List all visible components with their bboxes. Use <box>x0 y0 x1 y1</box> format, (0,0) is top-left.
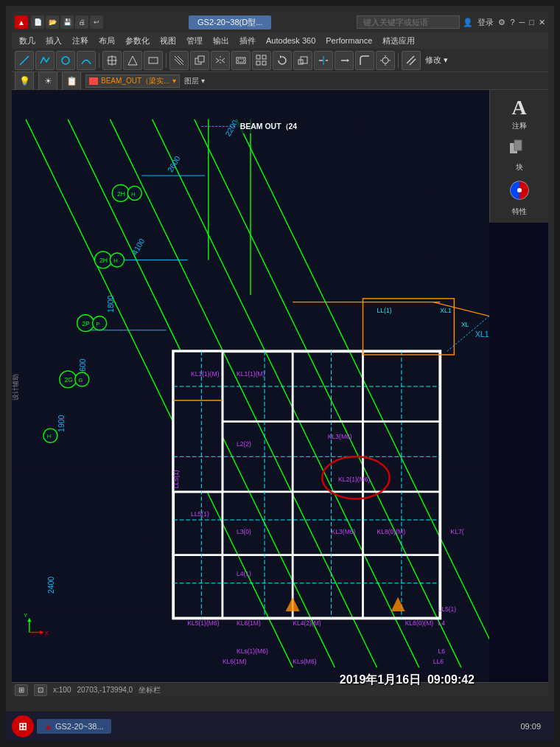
svg-text:H: H <box>47 433 52 439</box>
svg-text:KLs(1)(M6): KLs(1)(M6) <box>237 647 268 655</box>
help-icon[interactable]: ? <box>510 18 514 27</box>
svg-text:L4(1): L4(1) <box>237 570 251 577</box>
block-panel[interactable]: 块 <box>493 136 545 176</box>
svg-point-1 <box>62 57 69 64</box>
svg-rect-14 <box>238 59 244 62</box>
arc-tool[interactable] <box>77 51 96 70</box>
menu-zhushi[interactable]: 注释 <box>68 34 93 48</box>
svg-text:KL8(0)(M): KL8(0)(M) <box>405 619 434 627</box>
menu-guanli[interactable]: 管理 <box>182 34 207 48</box>
status-icon1[interactable]: ⊞ <box>15 684 28 696</box>
filename-tab[interactable]: GS2-20~38(D型... <box>189 15 271 29</box>
coord-label: 坐标栏 <box>139 685 161 695</box>
svg-text:KL6(1M): KL6(1M) <box>237 619 261 627</box>
annotation-panel[interactable]: A 注释 <box>493 93 545 134</box>
login-label[interactable]: 登录 <box>477 17 494 28</box>
triangle-tool[interactable] <box>123 51 142 70</box>
modify-label: 修改 ▾ <box>422 55 451 66</box>
menu-shuchu[interactable]: 输出 <box>209 34 234 48</box>
circle-tool[interactable] <box>56 51 75 70</box>
menu-charu[interactable]: 插入 <box>41 34 66 48</box>
separator2 <box>166 53 167 68</box>
start-button[interactable]: ⊞ <box>12 715 34 737</box>
maximize-btn[interactable]: □ <box>529 18 534 27</box>
svg-text:KLs(M6): KLs(M6) <box>293 658 317 665</box>
move-tool[interactable] <box>102 51 122 70</box>
menu-buju[interactable]: 布局 <box>94 34 119 48</box>
svg-line-0 <box>20 56 29 65</box>
rotate-tool[interactable] <box>273 51 292 70</box>
menu-shitu[interactable]: 视图 <box>155 34 181 48</box>
mirror-tool[interactable] <box>211 51 230 70</box>
undo-icon[interactable]: ↩ <box>90 15 103 29</box>
layer-section-label: 图层 ▾ <box>184 76 205 86</box>
save-icon[interactable]: 💾 <box>60 15 74 29</box>
scale-tool[interactable] <box>293 51 312 70</box>
menu-shuju[interactable]: 数几 <box>15 34 40 48</box>
trim-tool[interactable] <box>314 51 333 70</box>
cad-drawing-area[interactable]: .dim-text { font-size: 11px; fill: #00bf… <box>12 90 489 697</box>
menu-jingxuan[interactable]: 精选应用 <box>378 34 419 48</box>
layer-bar: 💡 ☀ 📋 BEAM_OUT（梁实... ▾ 图层 ▾ <box>12 72 548 90</box>
svg-text:LL5(1): LL5(1) <box>191 510 209 518</box>
settings-icon[interactable]: ⚙ <box>498 18 505 27</box>
menu-autodesk360[interactable]: Autodesk 360 <box>262 35 320 46</box>
svg-rect-35 <box>514 140 522 150</box>
svg-text:1800: 1800 <box>107 295 115 312</box>
timestamp-overlay: 2019年1月16日 09:09:42 <box>340 673 475 688</box>
rect-tool[interactable] <box>144 51 163 70</box>
svg-text:2P: 2P <box>82 320 90 327</box>
taskbar-autocad[interactable]: ▲ GS2-20~38... <box>37 719 111 734</box>
svg-text:X: X <box>45 630 49 636</box>
menu-canshu[interactable]: 参数化 <box>121 34 154 48</box>
fillet-tool[interactable] <box>355 51 374 70</box>
layer-btn[interactable]: 📋 <box>62 72 81 91</box>
block-icon <box>508 139 531 161</box>
search-input[interactable] <box>357 15 460 29</box>
close-btn[interactable]: ✕ <box>539 18 545 27</box>
svg-rect-15 <box>256 55 260 59</box>
coordinates: 20703,-173994,0 <box>77 686 133 694</box>
date-text: 2019年1月16日 <box>340 673 421 686</box>
light-icon[interactable]: 💡 <box>15 72 34 91</box>
line-tool[interactable] <box>15 51 34 70</box>
svg-text:2H: 2H <box>99 257 108 264</box>
array-tool[interactable] <box>252 51 271 70</box>
menu-chajian[interactable]: 插件 <box>235 34 260 48</box>
print-icon[interactable]: 🖨 <box>75 15 88 29</box>
right-panel: A 注释 块 特性 <box>489 90 548 223</box>
svg-marker-26 <box>347 59 349 62</box>
svg-text:H: H <box>113 257 118 264</box>
svg-text:KL3(M6): KL3(M6) <box>332 528 356 535</box>
svg-text:XL: XL <box>461 321 469 328</box>
svg-text:KL1(1)(M): KL1(1)(M) <box>191 370 220 378</box>
svg-text:KL2(1)(M6): KL2(1)(M6) <box>338 476 370 483</box>
offset-tool[interactable] <box>231 51 251 70</box>
layer-status-dropdown[interactable]: BEAM_OUT（梁实... ▾ <box>85 74 180 88</box>
polyline-tool[interactable] <box>35 51 55 70</box>
draw-toolbar-row1: 修改 ▾ <box>12 49 548 72</box>
explode-tool[interactable] <box>376 51 395 70</box>
svg-text:1900: 1900 <box>57 414 66 431</box>
copy-tool[interactable] <box>190 51 209 70</box>
monitor-bezel: ▲ 📄 📂 💾 🖨 ↩ GS2-20~38(D型... 👤 登录 ⚙ ? ─ □… <box>0 0 560 747</box>
properties-panel[interactable]: 特性 <box>493 177 545 220</box>
menu-performance[interactable]: Performance <box>321 35 377 46</box>
sun-icon[interactable]: ☀ <box>38 72 57 91</box>
new-icon[interactable]: 📄 <box>31 15 44 29</box>
svg-text:L6: L6 <box>438 647 445 655</box>
properties-icon <box>509 180 530 205</box>
autocad-taskbar-icon: ▲ <box>44 722 52 731</box>
svg-marker-19 <box>280 55 282 58</box>
svg-text:KL7(: KL7( <box>451 528 464 535</box>
minimize-btn[interactable]: ─ <box>519 18 525 27</box>
open-icon[interactable]: 📂 <box>46 15 59 29</box>
svg-text:Y: Y <box>24 612 27 619</box>
windows-icon: ⊞ <box>18 720 27 732</box>
hatch-tool[interactable] <box>169 51 189 70</box>
block-label: 块 <box>516 162 523 173</box>
svg-rect-11 <box>198 56 204 62</box>
extend-tool[interactable] <box>335 51 354 70</box>
misc-tool1[interactable] <box>402 51 421 70</box>
status-icon2[interactable]: ⊡ <box>34 684 47 696</box>
